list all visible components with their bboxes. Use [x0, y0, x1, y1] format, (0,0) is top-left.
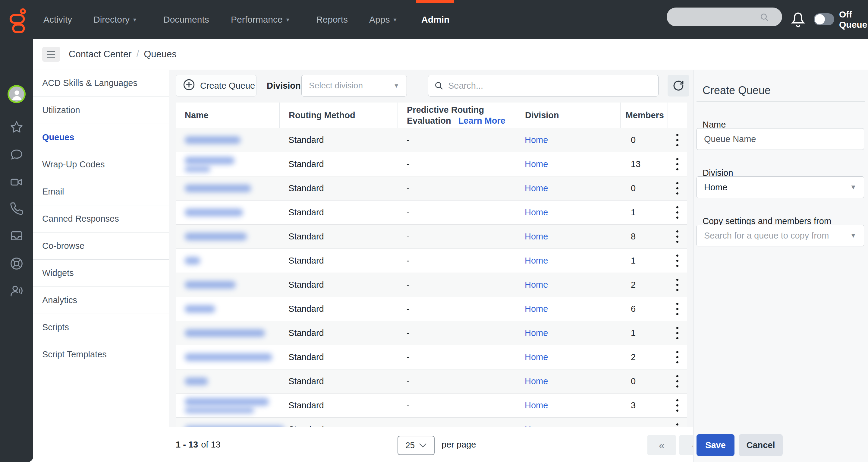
- queue-name-link-redacted[interactable]: [176, 128, 279, 152]
- sidebar-item-widgets[interactable]: Widgets: [33, 260, 169, 287]
- table-row: Standard-Home0: [176, 176, 687, 201]
- admin-sidebar-menu: ACD Skills & LanguagesUtilizationQueuesW…: [33, 70, 169, 462]
- sidebar-item-email[interactable]: Email: [33, 178, 169, 205]
- kebab-menu-icon[interactable]: [675, 180, 680, 196]
- division-home-link[interactable]: Home: [525, 328, 548, 338]
- page-size-select[interactable]: 25: [398, 436, 435, 455]
- panel-divider: [696, 101, 865, 102]
- division-cell: Home: [516, 225, 620, 249]
- nav-item-apps[interactable]: Apps▾: [369, 0, 396, 39]
- members-count-cell: 0: [620, 176, 668, 200]
- kebab-menu-icon[interactable]: [675, 229, 680, 244]
- sidebar-item-utilization[interactable]: Utilization: [33, 97, 169, 124]
- queue-name-link-redacted[interactable]: [176, 394, 279, 417]
- nav-item-reports[interactable]: Reports: [316, 0, 348, 39]
- kebab-menu-icon[interactable]: [675, 422, 680, 427]
- queue-name-link-redacted[interactable]: [176, 176, 279, 200]
- nav-item-admin[interactable]: Admin: [421, 0, 450, 39]
- notifications-bell-icon[interactable]: [789, 10, 807, 30]
- division-home-link[interactable]: Home: [525, 425, 548, 427]
- inbox-icon[interactable]: [10, 229, 24, 244]
- save-button[interactable]: Save: [696, 434, 735, 456]
- table-row: Standard-Home: [176, 418, 687, 427]
- division-home-link[interactable]: Home: [525, 280, 548, 290]
- breadcrumb-contact-center[interactable]: Contact Center: [69, 49, 132, 60]
- menu-hamburger-button[interactable]: [42, 47, 60, 62]
- nav-item-directory[interactable]: Directory▾: [93, 0, 136, 39]
- division-home-link[interactable]: Home: [525, 352, 548, 362]
- nav-item-performance[interactable]: Performance▾: [231, 0, 289, 39]
- queue-name-link-redacted[interactable]: [176, 297, 279, 321]
- division-home-link[interactable]: Home: [525, 207, 548, 218]
- cancel-button[interactable]: Cancel: [739, 434, 783, 456]
- nav-item-activity[interactable]: Activity: [43, 0, 72, 39]
- nav-item-documents[interactable]: Documents: [163, 0, 209, 39]
- division-home-link[interactable]: Home: [525, 183, 548, 193]
- kebab-menu-icon[interactable]: [675, 325, 680, 341]
- sidebar-item-queues[interactable]: Queues: [33, 124, 169, 151]
- division-cell: Home: [516, 176, 620, 200]
- routing-method-cell: Standard: [279, 152, 398, 176]
- division-home-link[interactable]: Home: [525, 376, 548, 386]
- genesys-logo[interactable]: [8, 8, 27, 32]
- kebab-menu-icon[interactable]: [675, 373, 680, 389]
- queue-name-link-redacted[interactable]: [176, 201, 279, 224]
- queue-name-link-redacted[interactable]: [176, 249, 279, 272]
- queue-name-link-redacted[interactable]: [176, 321, 279, 345]
- support-life-ring-icon[interactable]: [10, 257, 24, 272]
- sidebar-item-script-templates[interactable]: Script Templates: [33, 341, 169, 368]
- queue-name-link-redacted[interactable]: [176, 273, 279, 297]
- sidebar-item-analytics[interactable]: Analytics: [33, 287, 169, 314]
- first-page-button[interactable]: «: [647, 435, 676, 455]
- column-header-members: Members: [620, 103, 668, 128]
- members-count-cell: 3: [620, 394, 668, 417]
- kebab-menu-icon[interactable]: [675, 277, 680, 293]
- row-actions-cell: [668, 152, 687, 176]
- queue-name-input[interactable]: [696, 128, 864, 150]
- queue-name-link-redacted[interactable]: [176, 345, 279, 369]
- panel-division-select[interactable]: Home ▼: [696, 176, 864, 198]
- agent-speaking-icon[interactable]: [10, 284, 24, 299]
- queue-name-link-redacted[interactable]: [176, 225, 279, 249]
- create-queue-button[interactable]: Create Queue: [176, 75, 256, 96]
- queue-search-input[interactable]: [428, 75, 658, 96]
- video-call-icon[interactable]: [10, 175, 24, 190]
- kebab-menu-icon[interactable]: [675, 132, 680, 148]
- kebab-menu-icon[interactable]: [675, 398, 680, 413]
- queue-name-link-redacted[interactable]: [176, 152, 279, 176]
- kebab-menu-icon[interactable]: [675, 204, 680, 221]
- sidebar-item-scripts[interactable]: Scripts: [33, 314, 169, 341]
- sidebar-item-wrap-up-codes[interactable]: Wrap-Up Codes: [33, 151, 169, 178]
- chevron-down-icon: ▼: [393, 82, 399, 89]
- copy-queue-select[interactable]: Search for a queue to copy from ▼: [696, 225, 864, 247]
- division-home-link[interactable]: Home: [525, 232, 548, 241]
- queue-name-link-redacted[interactable]: [176, 369, 279, 393]
- division-home-link[interactable]: Home: [525, 159, 548, 169]
- predictive-routing-cell: -: [398, 394, 516, 417]
- phone-icon[interactable]: [10, 202, 24, 217]
- user-avatar[interactable]: [7, 85, 26, 103]
- members-count-cell: 1: [620, 201, 668, 224]
- division-home-link[interactable]: Home: [525, 256, 548, 266]
- learn-more-link[interactable]: Learn More: [458, 116, 505, 125]
- queue-status-toggle[interactable]: [814, 13, 834, 25]
- top-nav-bar: ActivityDirectory▾DocumentsPerformance▾R…: [0, 0, 868, 39]
- division-home-link[interactable]: Home: [525, 304, 548, 314]
- chat-bubble-icon[interactable]: [10, 147, 24, 163]
- queue-name-link-redacted[interactable]: [176, 418, 279, 427]
- table-row: Standard-Home13: [176, 152, 687, 176]
- kebab-menu-icon[interactable]: [675, 349, 680, 365]
- kebab-menu-icon[interactable]: [675, 156, 680, 172]
- kebab-menu-icon[interactable]: [675, 301, 680, 317]
- refresh-button[interactable]: [668, 75, 689, 96]
- division-home-link[interactable]: Home: [525, 401, 548, 410]
- sidebar-item-co-browse[interactable]: Co-browse: [33, 232, 169, 260]
- division-filter-select[interactable]: Select division ▼: [301, 75, 407, 96]
- kebab-menu-icon[interactable]: [675, 253, 680, 269]
- division-cell: Home: [516, 345, 620, 369]
- division-home-link[interactable]: Home: [525, 135, 548, 145]
- sidebar-item-acd-skills-languages[interactable]: ACD Skills & Languages: [33, 70, 169, 97]
- sidebar-item-canned-responses[interactable]: Canned Responses: [33, 205, 169, 232]
- favorites-star-icon[interactable]: [10, 120, 24, 136]
- table-row: Standard-Home1: [176, 249, 687, 273]
